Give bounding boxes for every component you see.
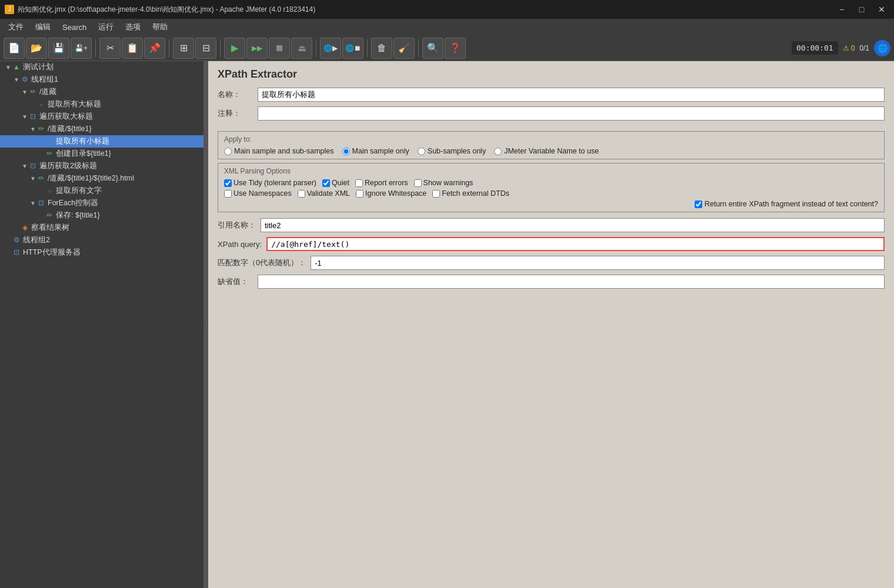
xpath-query-input[interactable] [266, 237, 885, 251]
shutdown-button[interactable]: ⏏ [291, 38, 312, 59]
radio-main-only[interactable]: Main sample only [342, 147, 409, 155]
tree-node-dao-title1[interactable]: ▼✏/道藏/${title1} [0, 123, 204, 135]
cb-validate-xml[interactable]: Validate XML [298, 189, 350, 198]
radio-sub-only-input[interactable] [418, 148, 425, 155]
cb-use-tidy[interactable]: Use Tidy (tolerant parser) [224, 179, 316, 187]
cb-return-fragment-input[interactable] [695, 201, 702, 208]
cb-use-tidy-input[interactable] [224, 179, 232, 187]
tree-node-loop-level2[interactable]: ▼⊡遍历获取2级标题 [0, 160, 204, 172]
tree-icon-dao-cang: ✏ [28, 88, 38, 97]
radio-main-sub-input[interactable] [224, 148, 232, 155]
menu-item-选项[interactable]: 选项 [119, 19, 146, 35]
xml-checkbox-row2: Use Namespaces Validate XML Ignore White… [224, 189, 878, 198]
match-no-label: 匹配数字（0代表随机）： [218, 258, 306, 268]
name-input[interactable] [258, 88, 885, 102]
tree-node-dao-cang[interactable]: ▼✏/道藏 [0, 86, 204, 98]
clear-all-button[interactable]: 🧹 [393, 38, 415, 59]
cb-quiet-input[interactable] [322, 179, 330, 187]
toolbar-sep3 [220, 39, 221, 57]
toolbar-sep2 [169, 39, 169, 57]
toolbar-sep4 [316, 39, 316, 57]
menu-item-编辑[interactable]: 编辑 [29, 19, 56, 35]
radio-sub-only[interactable]: Sub-samples only [418, 147, 486, 155]
cb-report-errors[interactable]: Report errors [355, 179, 408, 187]
tree-label-extract-text: 提取所有文字 [56, 186, 102, 196]
default-input[interactable] [258, 275, 885, 289]
cb-fetch-dtds[interactable]: Fetch external DTDs [432, 189, 509, 198]
save-as-button[interactable]: 💾+ [71, 38, 92, 59]
tree-node-extract-small[interactable]: ⬦提取所有小标题 [0, 135, 204, 148]
cb-use-namespaces-input[interactable] [224, 190, 232, 198]
paste-button[interactable]: 📌 [144, 38, 165, 59]
name-row: 名称： [218, 88, 885, 102]
cb-show-warnings-input[interactable] [414, 179, 422, 187]
radio-jmeter-var-input[interactable] [494, 148, 502, 155]
tree-node-thread-group-1[interactable]: ▼⚙线程组1 [0, 74, 204, 86]
window-title: 殆知阁优化.jmx (D:\soft\apache-jmeter-4.0\bin… [18, 5, 315, 15]
new-button[interactable]: 📄 [4, 38, 25, 59]
search-toolbar-button[interactable]: 🔍 [422, 38, 443, 59]
menu-item-Search[interactable]: Search [56, 21, 92, 34]
tree-node-test-plan[interactable]: ▼▲测试计划 [0, 61, 204, 74]
tree-node-extract-big[interactable]: ⬦提取所有大标题 [0, 98, 204, 111]
cb-ignore-whitespace[interactable]: Ignore Whitespace [356, 189, 426, 198]
radio-jmeter-var[interactable]: JMeter Variable Name to use [494, 147, 599, 155]
copy-button[interactable]: 📋 [122, 38, 143, 59]
tree-icon-http-proxy: ⊡ [12, 248, 21, 258]
clear-button[interactable]: 🗑 [371, 38, 392, 59]
menu-item-文件[interactable]: 文件 [2, 19, 29, 35]
tree-node-save-title1[interactable]: ✏保存: ${title1} [0, 209, 204, 222]
tree-label-foreach-ctrl: ForEach控制器 [48, 198, 98, 208]
tree-node-result-tree[interactable]: ◈察看结果树 [0, 222, 204, 234]
open-button[interactable]: 📂 [26, 38, 47, 59]
cb-fetch-dtds-input[interactable] [432, 190, 440, 198]
menu-item-运行[interactable]: 运行 [92, 19, 119, 35]
tree-label-dao-title1: /道藏/${title1} [48, 124, 92, 134]
cb-show-warnings[interactable]: Show warnings [414, 179, 473, 187]
comment-input[interactable] [258, 106, 885, 121]
tree-label-dao-title2: /道藏/${title1}/${title2}.html [48, 173, 134, 183]
tree-icon-extract-small: ⬦ [45, 137, 54, 146]
tree-label-test-plan: 测试计划 [23, 62, 54, 72]
remote-start-button[interactable]: 🌐▶ [320, 38, 341, 59]
help-toolbar-button[interactable]: ❓ [445, 38, 466, 59]
radio-jmeter-var-label: JMeter Variable Name to use [504, 147, 599, 155]
tree-icon-create-dir: ✏ [45, 149, 54, 159]
tree-node-extract-text[interactable]: ⬦提取所有文字 [0, 185, 204, 197]
close-button[interactable]: ✕ [874, 2, 889, 17]
expand-button[interactable]: ⊞ [173, 38, 194, 59]
ref-name-input[interactable] [261, 218, 885, 232]
tree-label-loop-big: 遍历获取大标题 [39, 112, 93, 122]
globe-button[interactable]: 🌐 [874, 40, 890, 56]
minimize-button[interactable]: − [834, 2, 849, 17]
tree-node-thread-group-2[interactable]: ⚙线程组2 [0, 234, 204, 246]
cb-use-namespaces[interactable]: Use Namespaces [224, 189, 292, 198]
cut-button[interactable]: ✂ [99, 38, 121, 59]
maximize-button[interactable]: □ [854, 2, 869, 17]
radio-main-sub[interactable]: Main sample and sub-samples [224, 147, 334, 155]
tree-node-dao-title2[interactable]: ▼✏/道藏/${title1}/${title2}.html [0, 172, 204, 185]
match-no-input[interactable] [311, 256, 885, 270]
comment-label: 注释： [218, 108, 253, 119]
cb-quiet[interactable]: Quiet [322, 179, 349, 187]
return-fragment-row: Return entire XPath fragment instead of … [224, 200, 878, 208]
start-button[interactable]: ▶ [224, 38, 245, 59]
menu-item-帮助[interactable]: 帮助 [146, 19, 174, 35]
cb-report-errors-input[interactable] [355, 179, 363, 187]
collapse-button[interactable]: ⊟ [195, 38, 216, 59]
tree-node-create-dir[interactable]: ✏创建目录${title1} [0, 148, 204, 160]
tree-node-foreach-ctrl[interactable]: ▼⊡ForEach控制器 [0, 197, 204, 209]
start-nopause-button[interactable]: ▶▶ [246, 38, 268, 59]
stop-button[interactable]: ⏹ [269, 38, 290, 59]
save-button[interactable]: 💾 [48, 38, 69, 59]
tree-arrow-foreach-ctrl: ▼ [29, 200, 36, 206]
tree-arrow-dao-title2: ▼ [29, 175, 36, 182]
remote-stop-button[interactable]: 🌐⏹ [342, 38, 363, 59]
cb-quiet-label: Quiet [332, 179, 349, 187]
tree-node-loop-big[interactable]: ▼⊡遍历获取大标题 [0, 111, 204, 123]
radio-main-only-input[interactable] [342, 148, 350, 155]
cb-validate-xml-input[interactable] [298, 190, 305, 198]
app-icon: J [5, 5, 14, 14]
cb-ignore-whitespace-input[interactable] [356, 190, 363, 198]
tree-node-http-proxy[interactable]: ⊡HTTP代理服务器 [0, 246, 204, 259]
